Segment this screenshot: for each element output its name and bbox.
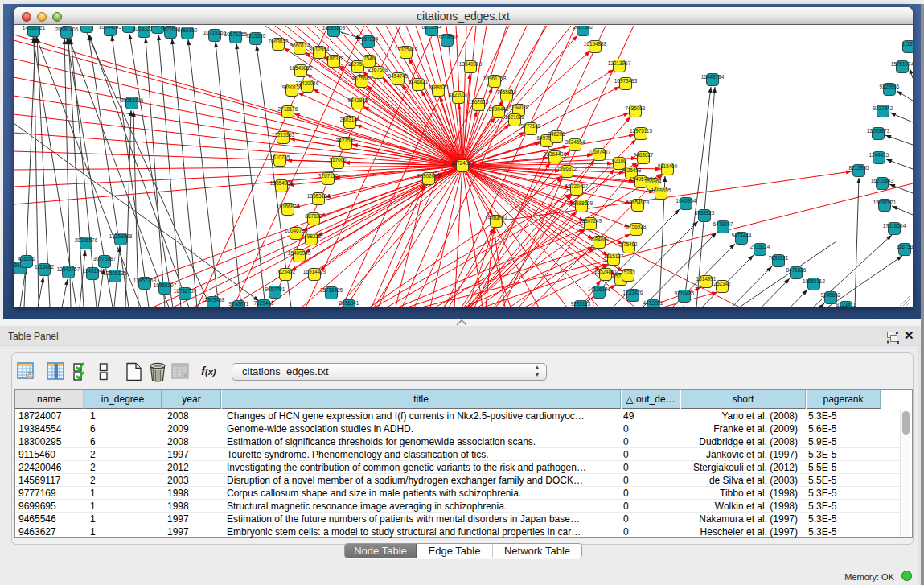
svg-text:10719155: 10719155 xyxy=(203,30,227,35)
svg-text:8215955: 8215955 xyxy=(849,165,869,171)
svg-text:20206576: 20206576 xyxy=(75,237,98,243)
svg-text:9474444: 9474444 xyxy=(732,233,752,238)
svg-text:14055721: 14055721 xyxy=(23,26,46,31)
svg-text:19654985: 19654985 xyxy=(270,180,294,186)
svg-text:75243: 75243 xyxy=(621,270,635,275)
svg-text:16154838: 16154838 xyxy=(584,41,607,47)
svg-text:8938923: 8938923 xyxy=(695,210,715,216)
svg-text:19353194: 19353194 xyxy=(307,193,331,199)
svg-text:7955812: 7955812 xyxy=(497,89,517,95)
svg-text:7625402: 7625402 xyxy=(276,269,296,274)
svg-text:6466160: 6466160 xyxy=(178,27,198,33)
svg-text:16543862: 16543862 xyxy=(290,65,313,71)
svg-text:9777169: 9777169 xyxy=(521,123,541,129)
svg-text:2367608: 2367608 xyxy=(368,67,388,72)
svg-text:16033809: 16033809 xyxy=(322,26,346,31)
svg-text:7632621: 7632621 xyxy=(769,255,789,261)
svg-text:9242848: 9242848 xyxy=(348,97,368,103)
svg-text:30975887: 30975887 xyxy=(93,256,117,262)
svg-text:746206: 746206 xyxy=(548,131,565,137)
svg-text:9245652: 9245652 xyxy=(821,292,841,298)
svg-text:7986372: 7986372 xyxy=(557,166,577,171)
svg-text:8816341: 8816341 xyxy=(339,300,359,306)
svg-text:9657791: 9657791 xyxy=(265,286,285,292)
svg-text:20053346: 20053346 xyxy=(121,97,144,103)
svg-text:19654923: 19654923 xyxy=(626,200,650,205)
svg-text:317006: 317006 xyxy=(329,157,347,163)
svg-text:9146821: 9146821 xyxy=(409,79,429,84)
svg-text:9242871: 9242871 xyxy=(229,301,249,307)
svg-text:19166827: 19166827 xyxy=(277,204,300,209)
svg-text:15692971: 15692971 xyxy=(873,200,897,205)
svg-text:5498222: 5498222 xyxy=(302,233,322,239)
svg-text:6479197: 6479197 xyxy=(713,221,733,227)
svg-text:18807249: 18807249 xyxy=(579,218,602,224)
svg-text:9115460: 9115460 xyxy=(658,163,678,169)
svg-text:10944243: 10944243 xyxy=(99,26,122,30)
svg-text:8912954: 8912954 xyxy=(310,47,330,52)
svg-text:2935114: 2935114 xyxy=(750,244,770,249)
svg-text:10607487: 10607487 xyxy=(588,149,611,154)
svg-text:12505135: 12505135 xyxy=(104,270,127,276)
svg-text:755964: 755964 xyxy=(644,179,662,184)
svg-text:9227342: 9227342 xyxy=(873,105,893,111)
svg-text:1244415: 1244415 xyxy=(869,152,889,158)
svg-text:17359928: 17359928 xyxy=(109,233,133,239)
svg-text:1615137: 1615137 xyxy=(604,253,624,259)
svg-text:11121: 11121 xyxy=(902,41,913,47)
svg-text:10654112: 10654112 xyxy=(803,278,825,284)
svg-text:7485063: 7485063 xyxy=(626,105,646,111)
svg-text:1699695: 1699695 xyxy=(651,187,671,193)
svg-text:8454749: 8454749 xyxy=(388,73,409,79)
svg-text:8910341: 8910341 xyxy=(77,26,97,27)
svg-text:13640910: 13640910 xyxy=(459,61,483,67)
svg-text:1621022: 1621022 xyxy=(505,114,525,120)
svg-text:16782759: 16782759 xyxy=(174,288,197,294)
svg-text:12942757: 12942757 xyxy=(57,266,80,272)
svg-text:8322037: 8322037 xyxy=(449,92,469,97)
svg-text:10688609: 10688609 xyxy=(570,200,593,206)
svg-text:12213363: 12213363 xyxy=(272,132,295,138)
svg-text:7546: 7546 xyxy=(363,56,376,61)
svg-text:10046758: 10046758 xyxy=(285,228,308,233)
svg-text:19218506: 19218506 xyxy=(436,35,459,40)
svg-text:7515526: 7515526 xyxy=(246,33,266,39)
svg-text:6794028: 6794028 xyxy=(509,105,529,110)
svg-text:8813054: 8813054 xyxy=(422,26,442,30)
svg-text:8471626: 8471626 xyxy=(786,267,807,273)
svg-text:9890121: 9890121 xyxy=(282,84,302,90)
svg-text:252342: 252342 xyxy=(713,281,731,286)
svg-text:9463627: 9463627 xyxy=(634,152,654,158)
svg-text:15409949: 15409949 xyxy=(288,250,311,256)
svg-text:16210643: 16210643 xyxy=(871,178,894,183)
svg-text:17016504: 17016504 xyxy=(883,223,906,229)
svg-text:16961758: 16961758 xyxy=(483,76,507,81)
svg-text:12093873: 12093873 xyxy=(867,128,890,134)
svg-text:9716485: 9716485 xyxy=(675,290,695,296)
svg-text:10671355: 10671355 xyxy=(224,31,248,37)
svg-text:28902095: 28902095 xyxy=(417,173,441,179)
svg-text:3267110: 3267110 xyxy=(318,173,339,179)
svg-text:7629441: 7629441 xyxy=(254,300,274,306)
svg-text:8186328: 8186328 xyxy=(324,56,344,61)
svg-text:1610755: 1610755 xyxy=(270,154,290,160)
svg-text:9084067: 9084067 xyxy=(589,237,610,242)
svg-text:20364436: 20364436 xyxy=(544,151,567,157)
svg-text:175462: 175462 xyxy=(620,241,638,247)
svg-text:3427552: 3427552 xyxy=(336,138,356,143)
svg-text:10958107: 10958107 xyxy=(154,282,177,288)
svg-text:16648784: 16648784 xyxy=(701,74,725,80)
svg-text:9025458: 9025458 xyxy=(622,167,642,173)
svg-text:435051: 435051 xyxy=(18,256,35,262)
svg-text:15751074: 15751074 xyxy=(891,61,913,67)
svg-text:1640954: 1640954 xyxy=(676,198,696,204)
svg-text:15716485: 15716485 xyxy=(320,287,343,293)
svg-text:3624554: 3624554 xyxy=(565,139,585,145)
svg-text:20691406: 20691406 xyxy=(55,27,79,32)
svg-text:1733426: 1733426 xyxy=(623,290,643,295)
svg-text:7663822: 7663822 xyxy=(269,39,289,44)
svg-text:1362615: 1362615 xyxy=(469,99,489,105)
svg-text:2718176: 2718176 xyxy=(278,106,298,112)
svg-text:12975115: 12975115 xyxy=(630,128,652,134)
svg-text:1115682: 1115682 xyxy=(35,264,54,270)
